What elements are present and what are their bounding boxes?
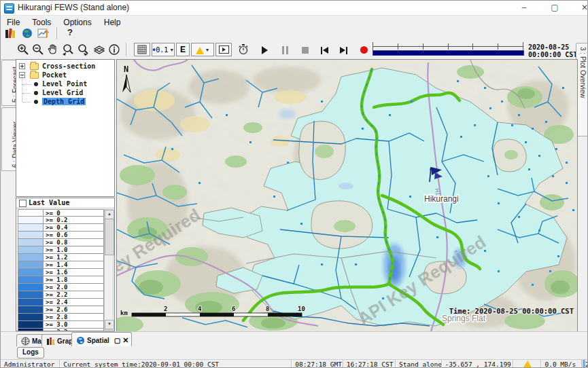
- minimize-button[interactable]: –: [511, 1, 537, 15]
- legend-value: >= 2.0: [44, 284, 103, 291]
- stop-button[interactable]: [298, 45, 312, 56]
- view-tab-bar: Map Graph Spatial ▢ ✕: [1, 331, 588, 347]
- scroll-down-icon[interactable]: ▼: [105, 320, 114, 329]
- svg-text:N: N: [124, 65, 128, 74]
- status-transfer-rate: 0.0 MB/s: [541, 360, 582, 368]
- legend-swatch: [18, 291, 44, 298]
- status-memory[interactable]: 2.5 GB: [582, 360, 588, 368]
- expander-icon[interactable]: [19, 63, 25, 69]
- legend-swatch: [18, 210, 44, 216]
- legend-swatch: [18, 321, 44, 328]
- zoom-out-icon[interactable]: [32, 43, 44, 56]
- scroll-up-icon[interactable]: ▲: [105, 210, 114, 219]
- legend-scrollbar[interactable]: ▲ ▼: [104, 209, 114, 330]
- tab-forecast[interactable]: 5 : Forecast: [1, 60, 16, 106]
- svg-text:6: 6: [232, 306, 235, 312]
- tree-item-level-point[interactable]: Level Point: [19, 80, 113, 89]
- legend-row: >= 2.2: [18, 291, 104, 299]
- logs-row: Logs: [1, 346, 588, 359]
- last-value-checkbox[interactable]: [19, 200, 27, 207]
- layers-icon[interactable]: [93, 43, 105, 56]
- legend-value: >= 1.6: [44, 269, 103, 276]
- tab-data-viewer[interactable]: 6 : Data Viewer: [1, 107, 16, 171]
- folder-icon: [30, 63, 39, 70]
- legend-swatch: [18, 269, 44, 276]
- tree-item-depth-grid[interactable]: Depth Grid: [19, 98, 113, 107]
- scrollbar-thumb[interactable]: [105, 219, 114, 255]
- place-label: Springs Flat: [442, 314, 486, 323]
- longitudinal-profile-button[interactable]: E: [176, 43, 190, 56]
- legend-row: >= 0.6: [18, 232, 104, 239]
- legend-row: >= 1.4: [18, 261, 104, 269]
- status-warning-cell[interactable]: [513, 360, 542, 368]
- tab-maximize-icon[interactable]: ▢: [114, 337, 120, 344]
- zoom-previous-icon[interactable]: [62, 43, 74, 56]
- tab-close-icon[interactable]: ✕: [122, 336, 128, 345]
- legend-row: >= 1.6: [18, 269, 104, 276]
- database-chart-icon[interactable]: [5, 28, 17, 39]
- status-coordinates: -35.657 , 174.199: [442, 360, 513, 368]
- logs-button[interactable]: Logs: [17, 347, 44, 358]
- legend-value: >= 3.0: [44, 321, 103, 328]
- menu-bar: FileToolsOptionsHelp: [1, 16, 588, 26]
- zoom-in-icon[interactable]: [17, 43, 29, 56]
- folder-icon: [30, 72, 39, 79]
- contour-interval-dropdown[interactable]: ● 0.1 ▼: [152, 43, 175, 56]
- warning-threshold-dropdown[interactable]: ▼: [191, 43, 214, 56]
- svg-text:4: 4: [198, 306, 202, 312]
- help-button[interactable]: ?: [67, 27, 80, 38]
- svg-text:km: km: [120, 310, 128, 316]
- zoom-next-icon[interactable]: [77, 43, 89, 56]
- map-viewport[interactable]: Hikurangi Springs Flat H1 Time: 2020-08-…: [116, 59, 578, 333]
- time-slider[interactable]: [371, 41, 524, 56]
- interval-value: 0.1: [156, 46, 168, 54]
- legend-class-list: >= 0 >= 0.2 >= 0.4 >= 0.6 >= 0.8 >= 1.0 …: [18, 209, 104, 331]
- legend-swatch: [18, 217, 44, 223]
- layers-tree-panel: Cross-section Pocket Level Point Level G…: [16, 59, 115, 197]
- legend-swatch: [18, 306, 44, 313]
- record-button[interactable]: [357, 44, 370, 55]
- tab-spatial[interactable]: Spatial ▢ ✕: [71, 332, 132, 348]
- pan-hand-icon[interactable]: [47, 43, 59, 56]
- window-title: Hikurangi FEWS (Stand alone): [18, 3, 129, 12]
- legend-row: >= 1.8: [18, 276, 104, 284]
- title-bar: Hikurangi FEWS (Stand alone) – ▢ ✕: [1, 1, 588, 16]
- timeseries-display-icon[interactable]: [37, 28, 50, 39]
- legend-value: >= 1.4: [44, 261, 103, 268]
- layer-dot-icon: [34, 100, 38, 104]
- tree-item-pocket[interactable]: Pocket: [19, 71, 113, 80]
- play-box-icon: [219, 45, 229, 54]
- legend-value: >= 2.2: [44, 291, 103, 298]
- legend-swatch: [18, 246, 44, 253]
- maximize-button[interactable]: ▢: [542, 1, 568, 15]
- pause-button[interactable]: [278, 45, 292, 56]
- status-bar: Administrator Current system time:2020-0…: [1, 359, 588, 368]
- timeline-tick: [472, 43, 473, 50]
- grid-toggle-button[interactable]: [134, 43, 150, 56]
- skip-to-end-button[interactable]: [336, 45, 350, 56]
- legend-swatch: [18, 284, 44, 291]
- legend-value: >= 2.4: [44, 299, 103, 306]
- info-icon[interactable]: [108, 43, 120, 56]
- timeline-tick: [523, 42, 523, 51]
- tab-spatial-label: Spatial: [87, 337, 109, 344]
- tree-item-level-grid[interactable]: Level Grid: [19, 89, 113, 98]
- legend-value: >= 1.2: [44, 254, 103, 261]
- skip-to-start-button[interactable]: [317, 45, 331, 56]
- animation-player-button[interactable]: [215, 43, 232, 56]
- globe-icon[interactable]: [21, 28, 33, 39]
- legend-swatch: [18, 224, 44, 231]
- legend-value: >= 0: [44, 210, 103, 216]
- play-button[interactable]: [258, 45, 271, 56]
- timeline-tick: [423, 43, 423, 50]
- grid-icon: [137, 45, 147, 54]
- map-globe-icon: [21, 337, 30, 346]
- legend-value: >= 1.8: [44, 276, 103, 283]
- close-button[interactable]: ✕: [572, 1, 588, 15]
- export-animation-icon[interactable]: [237, 43, 249, 56]
- small-lake: [339, 183, 353, 189]
- app-logo-icon: [4, 3, 14, 14]
- legend-row: >= 2.6: [18, 306, 104, 314]
- town-label: Hikurangi: [424, 194, 459, 204]
- main-toolbar: ?: [1, 26, 588, 40]
